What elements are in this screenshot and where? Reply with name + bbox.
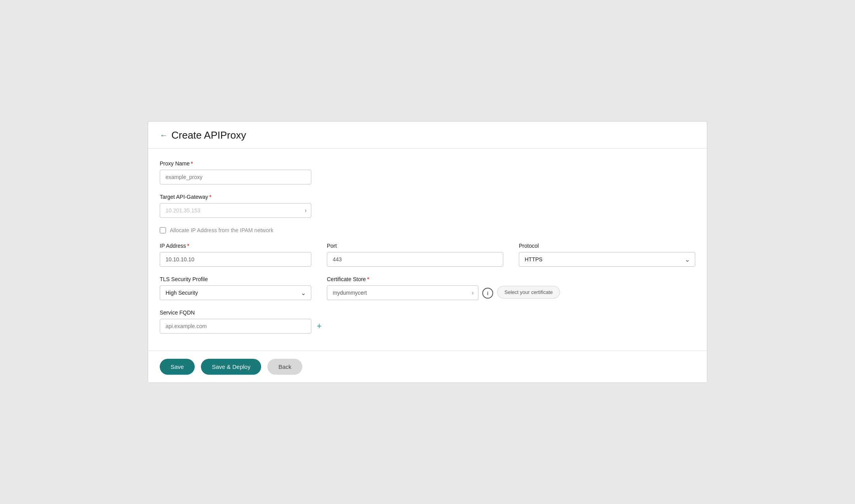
ip-address-label: IP Address * — [160, 243, 311, 249]
required-star-ip: * — [187, 243, 189, 249]
save-button[interactable]: Save — [160, 359, 195, 375]
protocol-label: Protocol — [519, 243, 695, 249]
cert-store-group: Certificate Store * › i Select your cert… — [327, 276, 560, 300]
tls-profile-label: TLS Security Profile — [160, 276, 311, 282]
tls-profile-select[interactable]: High Security Medium Security Low Securi… — [160, 285, 311, 300]
tls-profile-group: TLS Security Profile High Security Mediu… — [160, 276, 311, 300]
back-button[interactable]: Back — [267, 359, 302, 375]
save-deploy-button[interactable]: Save & Deploy — [201, 359, 261, 375]
allocate-ip-label[interactable]: Allocate IP Address from the IPAM networ… — [170, 227, 273, 233]
proxy-name-label: Proxy Name * — [160, 160, 695, 167]
cert-store-label: Certificate Store * — [327, 276, 478, 282]
add-fqdn-button[interactable]: + — [317, 321, 322, 334]
service-fqdn-label: Service FQDN — [160, 309, 695, 316]
service-fqdn-input[interactable] — [160, 319, 311, 334]
target-gateway-label: Target API-Gateway * — [160, 194, 695, 200]
cert-store-wrapper: Certificate Store * › — [327, 276, 478, 300]
target-gateway-wrapper: › — [160, 203, 311, 218]
ip-address-group: IP Address * — [160, 243, 311, 267]
page-container: ← Create APIProxy Proxy Name * Target AP… — [148, 121, 707, 383]
proxy-name-input[interactable] — [160, 170, 311, 184]
page-title: Create APIProxy — [171, 129, 246, 141]
cert-store-input[interactable] — [327, 285, 478, 300]
required-star-cert: * — [367, 276, 369, 282]
proxy-name-group: Proxy Name * — [160, 160, 695, 184]
cert-store-input-wrapper: › — [327, 285, 478, 300]
cert-store-arrow-button[interactable]: › — [472, 289, 474, 296]
allocate-ip-row: Allocate IP Address from the IPAM networ… — [160, 227, 695, 233]
port-input[interactable] — [327, 252, 503, 267]
service-fqdn-group: Service FQDN + — [160, 309, 695, 334]
select-certificate-button[interactable]: Select your certificate — [497, 286, 560, 299]
target-gateway-group: Target API-Gateway * › — [160, 194, 695, 218]
footer: Save Save & Deploy Back — [148, 351, 707, 382]
ip-address-input[interactable] — [160, 252, 311, 267]
target-gateway-input[interactable] — [160, 203, 311, 218]
tls-cert-row: TLS Security Profile High Security Mediu… — [160, 276, 695, 300]
tls-profile-select-wrapper: High Security Medium Security Low Securi… — [160, 285, 311, 300]
port-group: Port — [327, 243, 503, 267]
required-star-gateway: * — [209, 194, 211, 200]
protocol-select[interactable]: HTTP HTTPS TCP — [519, 252, 695, 267]
protocol-group: Protocol HTTP HTTPS TCP ⌄ — [519, 243, 695, 267]
info-icon[interactable]: i — [482, 288, 493, 299]
protocol-select-wrapper: HTTP HTTPS TCP ⌄ — [519, 252, 695, 267]
allocate-ip-checkbox[interactable] — [160, 227, 166, 233]
header: ← Create APIProxy — [148, 122, 707, 149]
target-gateway-arrow-button[interactable]: › — [305, 207, 307, 214]
port-label: Port — [327, 243, 503, 249]
back-arrow-icon[interactable]: ← — [160, 131, 168, 140]
ip-port-protocol-row: IP Address * Port Protocol HTTP HTTPS TC… — [160, 243, 695, 267]
required-star: * — [191, 160, 193, 167]
service-fqdn-row: + — [160, 319, 695, 334]
form-body: Proxy Name * Target API-Gateway * › Allo… — [148, 149, 707, 351]
